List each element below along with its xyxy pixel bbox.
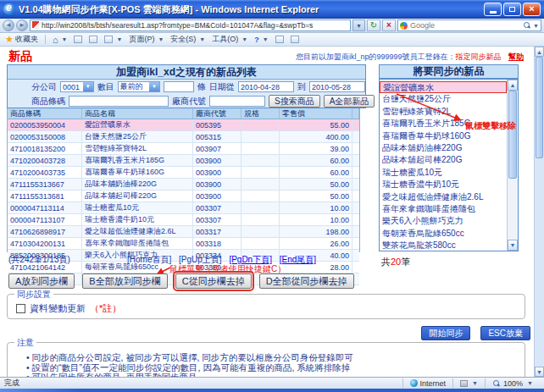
- address-field[interactable]: http://win2008/ts/btsh/searesult1.asp?fr…: [30, 19, 351, 31]
- stop-button[interactable]: ×: [382, 19, 396, 31]
- table-row[interactable]: 0200053150008台鹽天然鹽25公斤005315400.00: [8, 131, 359, 143]
- close-button[interactable]: ×: [523, 3, 541, 16]
- sync-list-item[interactable]: 瑞士糖香濃牛奶10元: [380, 179, 507, 190]
- table-row[interactable]: 4710200403728喜瑞爾乳香玉米片185G00390060.00: [8, 155, 359, 167]
- print-button[interactable]: ▼: [104, 36, 122, 43]
- table-cell: 瑞士糖香濃牛奶10元: [82, 214, 193, 225]
- sync-list-item[interactable]: 品味本舖奶油棒220G: [380, 142, 507, 154]
- listbox-scrollbar[interactable]: ▲ ▼: [507, 80, 518, 251]
- home-page-link[interactable]: [Home首頁]: [127, 255, 171, 264]
- login-status-text: 您目前以加盟商ikl_np的999999號員工登錄在：: [296, 52, 456, 61]
- sync-list-item[interactable]: 喜年來拿鐵咖啡蛋捲隨包: [380, 203, 507, 215]
- table-cell: 10.00: [280, 214, 352, 225]
- table-cell: 60.00: [280, 167, 352, 178]
- url-text[interactable]: http://win2008/ts/btsh/searesult1.asp?fr…: [42, 21, 348, 30]
- back-button[interactable]: ◄: [3, 19, 14, 31]
- search-icon[interactable]: [523, 21, 531, 30]
- table-cell: 0000047113114: [8, 202, 82, 213]
- table-row[interactable]: 4710626898917愛之味超低油煙健康油2.6L003317198.00: [8, 226, 359, 238]
- start-sync-button[interactable]: 開始同步: [421, 326, 470, 340]
- help-menu[interactable]: ?▼: [254, 36, 268, 44]
- feeds-icon[interactable]: [74, 36, 82, 43]
- remove-annotation: 鼠標雙擊移除: [465, 120, 516, 132]
- sync-action-button-d[interactable]: D全部從同步欄去掉: [259, 273, 354, 289]
- home-button[interactable]: ⌂▼: [53, 35, 68, 45]
- zoom-control[interactable]: 100% ▼: [485, 378, 540, 388]
- search-input[interactable]: Google: [410, 21, 523, 30]
- esc-cancel-button[interactable]: ESC放棄: [480, 326, 530, 340]
- sync-list-item[interactable]: 雙茶花烏龍茶580cc: [380, 240, 507, 251]
- page-content: 新品 您目前以加盟商ikl_np的999999號員工登錄在：指定同步新品 幫助 …: [0, 47, 544, 377]
- table-row[interactable]: 0200053950004愛誼營礦泉水00539555.00: [8, 119, 359, 131]
- table-cell: 愛誼營礦泉水: [82, 119, 193, 130]
- sync-action-button-a[interactable]: A放到同步欄: [8, 273, 75, 289]
- table-cell: 0200053150008: [8, 131, 82, 142]
- data-update-checkbox[interactable]: [16, 304, 25, 313]
- chevron-down-icon[interactable]: ▼: [149, 82, 159, 91]
- sync-action-button-c[interactable]: C從同步欄去掉: [175, 273, 252, 289]
- scrollbar-thumb[interactable]: [536, 57, 543, 158]
- scroll-up-icon[interactable]: ▲: [535, 47, 544, 57]
- table-cell: [241, 167, 280, 178]
- menu-page[interactable]: 页面(P)▼: [129, 34, 164, 45]
- search-box[interactable]: Google ▼: [397, 19, 541, 31]
- ie-icon: [3, 3, 15, 15]
- search-dropdown-icon[interactable]: ▼: [533, 23, 539, 29]
- sync-action-button-b[interactable]: B全部放到同步欄: [82, 273, 167, 289]
- table-row[interactable]: 4710200403735喜瑞爾香草牛奶球160G00390060.00: [8, 167, 359, 179]
- table-row[interactable]: 4711155313681品味本舖起司棒220G00390050.00: [8, 190, 359, 202]
- table-cell: 4710200403728: [8, 155, 82, 166]
- table-cell: 4710018135200: [8, 143, 82, 154]
- scroll-down-icon[interactable]: ▼: [508, 240, 518, 251]
- table-row[interactable]: 4710018135200雪碧輕綠茶寶特2L00390739.00: [8, 143, 359, 155]
- vendor-input[interactable]: [209, 96, 265, 107]
- table-cell: 005395: [193, 119, 241, 130]
- sync-list-item[interactable]: 品味本舖起司棒220G: [380, 154, 507, 166]
- column-header: 商品名稱: [82, 108, 193, 119]
- home-icon: ⌂: [53, 35, 58, 45]
- table-cell: 0200053950004: [8, 119, 82, 130]
- table-cell: 003307: [193, 202, 241, 213]
- all-products-button[interactable]: A全部新品: [324, 95, 375, 108]
- protected-mode-button[interactable]: ▼: [452, 378, 485, 388]
- search-products-button[interactable]: S搜索商品: [269, 95, 320, 108]
- refresh-button[interactable]: ↻: [367, 19, 380, 31]
- table-row[interactable]: 4711155313667品味本舖奶油棒220G00390050.00: [8, 179, 359, 190]
- date-to-input[interactable]: [309, 81, 365, 92]
- address-dropdown[interactable]: ▼: [352, 19, 365, 31]
- scroll-down-icon[interactable]: ▼: [535, 367, 544, 377]
- page-scrollbar[interactable]: ▲ ▼: [534, 47, 544, 377]
- unit-label: 條: [197, 81, 206, 93]
- count-mode-select[interactable]: 最前的▼: [118, 81, 160, 92]
- table-cell: 003900: [193, 190, 241, 202]
- branch-select[interactable]: 0001▼: [60, 81, 94, 92]
- count-input[interactable]: [164, 81, 194, 92]
- barcode-input[interactable]: [69, 96, 169, 107]
- help-link[interactable]: 幫助: [508, 52, 524, 61]
- table-cell: 003900: [193, 179, 241, 190]
- mail-icon[interactable]: [89, 36, 97, 43]
- browser-window: V1.04購物網同步作業[X-POS 雲端商務網] - Windows Inte…: [0, 0, 544, 392]
- forward-button[interactable]: ►: [16, 19, 28, 31]
- sync-list-item[interactable]: 樂天6入小熊餅巧克力: [380, 215, 507, 227]
- menu-tools[interactable]: 工具(O)▼: [212, 34, 247, 45]
- minimize-button[interactable]: [484, 3, 502, 16]
- table-row[interactable]: 0000047113107瑞士糖香濃牛奶10元00330710.00: [8, 214, 359, 226]
- sync-list-item[interactable]: 每朝茉香烏龍綠650cc: [380, 228, 507, 240]
- favorites-button[interactable]: ★ 收藏夹: [5, 34, 38, 45]
- extra-icon-1[interactable]: [275, 36, 284, 43]
- date-from-input[interactable]: [238, 81, 294, 92]
- chevron-down-icon[interactable]: ▼: [83, 82, 93, 91]
- scrollbar-thumb[interactable]: [508, 91, 517, 179]
- table-cell: 雪碧輕綠茶寶特2L: [82, 143, 193, 154]
- page-favicon: [32, 21, 39, 30]
- scroll-up-icon[interactable]: ▲: [508, 80, 518, 91]
- sync-list-item[interactable]: 瑞士糖蜜瓜10元: [380, 167, 507, 179]
- table-row[interactable]: 4710304200131喜年來拿鐵咖啡蛋捲隨包00331826.00: [8, 238, 359, 250]
- restore-button[interactable]: [503, 3, 521, 16]
- table-row[interactable]: 0000047113114瑞士糖蜜瓜10元00330710.00: [8, 202, 359, 214]
- extra-icon-2[interactable]: [291, 36, 299, 43]
- menu-safety[interactable]: 安全(S)▼: [170, 34, 205, 45]
- note-item: 設置的“數目”值不一定能同步你設定的數目, 因為可能有重複的商品, 系統將排除掉: [26, 363, 518, 373]
- sync-list-item[interactable]: 愛之味超低油煙健康油2.6L: [380, 191, 507, 203]
